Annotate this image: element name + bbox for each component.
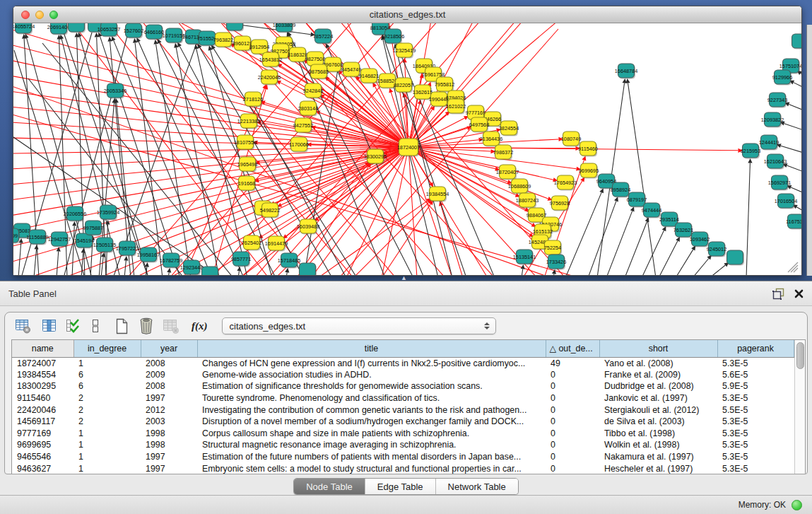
graph-edge[interactable] (659, 241, 678, 275)
table-scrollbar-thumb[interactable] (796, 342, 804, 369)
graph-edge[interactable] (13, 76, 408, 147)
graph-node[interactable] (69, 23, 85, 32)
graph-node-label: 16648784 (615, 68, 637, 74)
graph-edge[interactable] (781, 146, 801, 153)
graph-edge[interactable] (101, 257, 103, 275)
graph-edge[interactable] (801, 74, 801, 77)
column-header-short[interactable]: short (599, 340, 717, 357)
graph-edge[interactable] (72, 226, 74, 275)
graph-edge[interactable] (693, 258, 709, 275)
graph-edge[interactable] (565, 192, 601, 275)
table-cell: 6 (73, 380, 141, 392)
graph-edge[interactable] (318, 201, 428, 275)
graph-edge[interactable] (34, 249, 36, 275)
graph-node-label: 6497568 (469, 122, 489, 128)
graph-node[interactable] (227, 23, 243, 30)
graph-edge[interactable] (110, 41, 131, 275)
graph-edge[interactable] (286, 272, 287, 275)
tab-network-table[interactable]: Network Table (436, 479, 518, 494)
table-cell: 9463627 (12, 462, 73, 474)
network-window-titlebar[interactable]: citations_edges.txt (13, 6, 801, 23)
graph-edge[interactable] (789, 104, 801, 111)
graph-node[interactable] (792, 34, 802, 48)
row-height-icon[interactable] (91, 317, 100, 335)
close-window-button[interactable] (21, 11, 30, 19)
graph-edge[interactable] (238, 271, 239, 275)
graph-edge[interactable] (168, 272, 169, 275)
graph-edge-arrowhead (59, 35, 64, 40)
graph-node[interactable] (202, 267, 218, 275)
column-header-year[interactable]: year (141, 340, 197, 357)
graph-node-label: 18300295 (364, 153, 387, 160)
function-builder-icon[interactable]: f(x) (192, 317, 208, 335)
table-row[interactable]: 946554611997Estimation of the future num… (12, 451, 794, 463)
table-scrollbar[interactable] (794, 340, 806, 474)
table-cell: 2 (73, 392, 141, 404)
minimize-window-button[interactable] (35, 11, 44, 19)
table-row[interactable]: 977716911998Corpus callosum shape and si… (12, 428, 794, 440)
graph-edge[interactable] (791, 187, 801, 194)
graph-node-label: 2718126 (243, 96, 263, 103)
graph-edge[interactable] (553, 274, 554, 275)
table-cell: 5.3E-5 (717, 428, 794, 440)
graph-node-label: 9857771 (231, 256, 251, 262)
graph-edge[interactable] (796, 207, 801, 212)
column-header-pagerank[interactable]: pagerank (717, 340, 794, 357)
graph-edge[interactable] (57, 251, 59, 275)
graph-edge[interactable] (628, 83, 656, 275)
column-header-in_degree[interactable]: in_degree (73, 340, 141, 357)
table-selector[interactable]: citations_edges.txt (222, 317, 496, 334)
graph-edge[interactable] (124, 260, 126, 275)
table-tabs-segmented-control: Node TableEdge TableNetwork Table (293, 478, 519, 495)
graph-edge[interactable] (522, 269, 523, 275)
table-row[interactable]: 1938455462009Genome-wide association stu… (12, 369, 794, 381)
graph-edge[interactable] (746, 163, 750, 275)
table-row[interactable]: 911546021997Tourette syndrome. Phenomeno… (12, 392, 794, 404)
graph-node-label: 191668 (238, 180, 255, 187)
float-panel-icon[interactable] (772, 288, 784, 300)
table-cell: 19384554 (12, 369, 73, 381)
table-row[interactable]: 946362711997Embryonic stem cells: a mode… (12, 462, 794, 474)
graph-edge[interactable] (441, 206, 463, 275)
table-cell: Genome-wide association studies in ADHD. (197, 369, 546, 381)
column-header-title[interactable]: title (197, 340, 546, 357)
network-canvas[interactable]: 1405572420691406106532571527602646616010… (13, 23, 801, 275)
tab-node-table[interactable]: Node Table (294, 479, 365, 494)
graph-edge[interactable] (642, 230, 664, 275)
graph-node[interactable] (300, 263, 316, 275)
close-panel-icon[interactable] (794, 289, 804, 298)
graph-edge[interactable] (625, 221, 647, 275)
table-row[interactable]: 1830029562008Estimation of significance … (12, 380, 794, 392)
graph-edge[interactable] (13, 29, 408, 147)
table-cell: 2 (73, 416, 141, 428)
tab-edge-table[interactable]: Edge Table (365, 479, 436, 494)
column-header-out_degree[interactable]: △ out_de... (546, 340, 599, 357)
select-columns-icon[interactable] (40, 317, 59, 335)
new-table-icon[interactable] (114, 317, 129, 335)
graph-edge[interactable] (676, 250, 693, 275)
table-row[interactable]: 969969511998Structural magnetic resonanc… (12, 439, 794, 451)
citation-network-graph[interactable]: 1405572420691406106532571527602646616010… (13, 23, 801, 275)
graph-node-label: 3824554 (499, 125, 519, 132)
column-header-name[interactable]: name (12, 340, 73, 357)
graph-node[interactable] (727, 250, 743, 264)
graph-edge-arrowhead (72, 221, 76, 226)
graph-edge[interactable] (135, 42, 163, 275)
table-row[interactable]: 1456911722003Disruption of a novel membe… (12, 416, 794, 428)
graph-edge[interactable] (784, 124, 801, 131)
table-cell: 0 (546, 462, 599, 474)
table-settings-icon[interactable] (14, 317, 33, 335)
zoom-window-button[interactable] (49, 11, 58, 19)
graph-edge[interactable] (787, 165, 801, 173)
table-cell: 5.9E-5 (717, 380, 794, 392)
graph-edge[interactable] (710, 265, 725, 275)
graph-edge[interactable] (606, 211, 632, 275)
table-row[interactable]: 2242004622012Investigating the contribut… (12, 404, 794, 416)
table-row[interactable]: 1872400712008Changes of HCN gene express… (12, 357, 794, 369)
table-cell: 14569117 (12, 416, 73, 428)
select-rows-icon[interactable] (66, 317, 80, 335)
delete-table-icon[interactable] (138, 317, 155, 335)
graph-edge[interactable] (794, 83, 801, 88)
adjacent-panel-edge (806, 25, 812, 276)
graph-edge[interactable] (13, 128, 219, 275)
